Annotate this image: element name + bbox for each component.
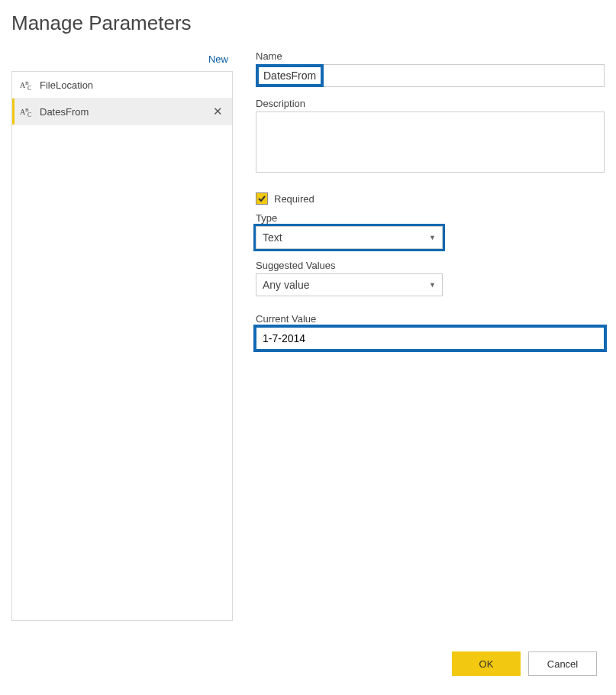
required-row: Required	[256, 192, 605, 205]
name-input[interactable]	[256, 64, 605, 87]
required-label: Required	[274, 193, 314, 205]
name-label: Name	[256, 50, 605, 62]
parameter-item-datesfrom[interactable]: A B C DatesFrom ✕	[12, 99, 232, 125]
description-input[interactable]	[256, 112, 605, 173]
svg-text:C: C	[27, 85, 31, 91]
suggested-field-block: Suggested Values Any value ▼	[256, 260, 605, 296]
type-value: Text	[263, 231, 429, 244]
ok-button[interactable]: OK	[452, 651, 521, 676]
checkmark-icon	[257, 194, 266, 203]
dialog-buttons: OK Cancel	[452, 651, 597, 676]
svg-text:C: C	[27, 112, 31, 118]
chevron-down-icon: ▼	[429, 234, 436, 241]
dialog-title: Manage Parameters	[11, 11, 605, 35]
current-value-field-block: Current Value	[256, 313, 605, 350]
left-panel: New A B C FileLocation A B C	[11, 50, 233, 621]
delete-parameter-icon[interactable]: ✕	[210, 105, 226, 118]
description-field-block: Description	[256, 98, 605, 176]
parameter-list: A B C FileLocation A B C DatesFrom ✕	[11, 71, 233, 621]
chevron-down-icon: ▼	[429, 281, 436, 289]
current-value-label: Current Value	[256, 313, 605, 325]
main-content: New A B C FileLocation A B C	[11, 50, 605, 621]
cancel-button[interactable]: Cancel	[528, 651, 597, 676]
name-field-block: Name DatesFrom	[256, 50, 605, 87]
description-label: Description	[256, 98, 605, 109]
required-checkbox[interactable]	[256, 192, 268, 205]
text-type-icon: A B C	[18, 105, 37, 118]
parameter-item-label: FileLocation	[37, 79, 226, 91]
text-type-icon: A B C	[18, 79, 37, 91]
type-dropdown[interactable]: Text ▼	[256, 226, 443, 249]
parameter-item-label: DatesFrom	[37, 106, 210, 118]
right-panel: Name DatesFrom Description Required Type…	[256, 50, 605, 621]
current-value-input[interactable]	[256, 327, 605, 350]
suggested-value: Any value	[263, 279, 429, 291]
suggested-values-dropdown[interactable]: Any value ▼	[256, 273, 443, 296]
new-parameter-link[interactable]: New	[11, 50, 233, 71]
parameter-item-filelocation[interactable]: A B C FileLocation	[12, 72, 232, 99]
suggested-label: Suggested Values	[256, 260, 605, 271]
type-field-block: Type Text ▼	[256, 212, 605, 249]
type-label: Type	[256, 212, 605, 224]
